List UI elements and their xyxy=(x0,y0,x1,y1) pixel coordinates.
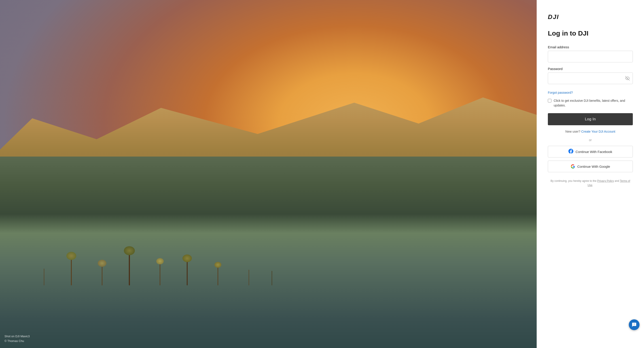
or-divider: or xyxy=(548,138,633,142)
eye-slash-icon xyxy=(625,76,630,80)
google-icon xyxy=(571,164,575,169)
email-label: Email address xyxy=(548,45,633,49)
marketing-checkbox[interactable] xyxy=(548,99,552,102)
forgot-password-link[interactable]: Forgot password? xyxy=(548,91,633,94)
new-user-row: New user? Create Your DJI Account xyxy=(548,130,633,133)
terms-prefix: By continuing, you hereby agree to the xyxy=(550,179,596,182)
dji-logo: DJI xyxy=(548,14,633,20)
facebook-svg-icon xyxy=(568,149,573,154)
facebook-icon xyxy=(568,149,573,155)
facebook-button-label: Continue With Facebook xyxy=(576,150,612,154)
email-group: Email address xyxy=(548,45,633,62)
terms-and: and xyxy=(615,179,620,182)
photo-credit: Shot on DJI Mavic3 © Thomas Chu xyxy=(4,334,30,344)
login-panel: DJI Log in to DJI Email address Password… xyxy=(537,0,644,348)
privacy-policy-link[interactable]: Privacy Policy xyxy=(597,179,614,182)
marketing-checkbox-row: Click to get exclusive DJI benefits, lat… xyxy=(548,98,633,108)
google-login-button[interactable]: Continue With Google xyxy=(548,160,633,172)
password-label: Password xyxy=(548,67,633,71)
password-input[interactable] xyxy=(548,72,633,84)
google-button-label: Continue With Google xyxy=(577,164,610,168)
password-visibility-toggle[interactable] xyxy=(625,76,630,80)
google-svg-icon xyxy=(571,164,575,169)
support-icon xyxy=(632,322,636,327)
login-button[interactable]: Log In xyxy=(548,113,633,125)
password-wrapper xyxy=(548,72,633,84)
new-user-text: New user? xyxy=(565,130,580,133)
email-input[interactable] xyxy=(548,51,633,62)
terms-text: By continuing, you hereby agree to the P… xyxy=(548,179,633,188)
create-account-link[interactable]: Create Your DJI Account xyxy=(581,130,616,133)
facebook-login-button[interactable]: Continue With Facebook xyxy=(548,146,633,158)
page-title: Log in to DJI xyxy=(548,30,633,37)
marketing-checkbox-label[interactable]: Click to get exclusive DJI benefits, lat… xyxy=(554,98,633,108)
support-bubble[interactable] xyxy=(629,319,640,330)
password-group: Password xyxy=(548,67,633,84)
